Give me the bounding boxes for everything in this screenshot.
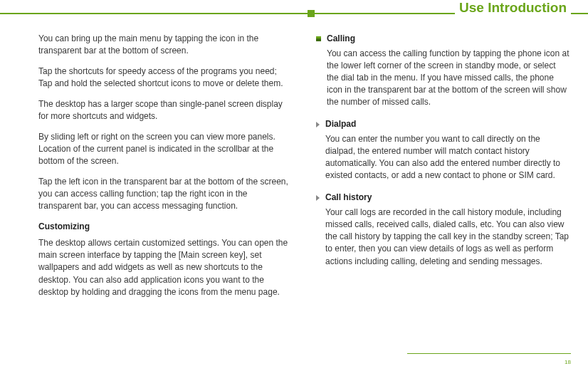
left-column: You can bring up the main menu by tappin… <box>38 33 292 307</box>
customizing-body: The desktop allows certain customized se… <box>38 237 292 298</box>
footer-rule <box>407 353 571 355</box>
section-dialpad: Dialpad You can enter the number you wan… <box>316 118 569 190</box>
page-header: Use Introduction <box>0 0 588 19</box>
section-title: Call history <box>325 192 569 204</box>
section-call-history: Call history Your call logs are recorded… <box>316 192 569 276</box>
section-title: Dialpad <box>325 118 569 130</box>
section-text: You can access the calling function by t… <box>327 48 569 108</box>
intro-paragraph: By sliding left or right on the screen y… <box>38 131 292 167</box>
section-body: Calling You can access the calling funct… <box>327 33 569 117</box>
customizing-heading: Customizing <box>38 221 292 233</box>
intro-paragraph: Tap the left icon in the transparent bar… <box>38 176 292 212</box>
section-text: Your call logs are recorded in the call … <box>325 207 569 267</box>
section-text: You can enter the number you want to cal… <box>325 133 569 182</box>
section-title: Calling <box>327 33 569 45</box>
section-calling: Calling You can access the calling funct… <box>316 33 569 117</box>
triangle-bullet-icon <box>316 195 320 201</box>
intro-paragraph: You can bring up the main menu by tappin… <box>38 33 292 57</box>
header-tick-icon <box>308 10 315 17</box>
page-title: Use Introduction <box>455 0 571 16</box>
section-body: Dialpad You can enter the number you wan… <box>325 118 569 190</box>
page-number: 18 <box>565 359 571 365</box>
intro-paragraph: The desktop has a larger scope than sing… <box>38 98 292 122</box>
square-bullet-icon <box>316 36 321 41</box>
right-column: Calling You can access the calling funct… <box>316 33 569 307</box>
intro-paragraph: Tap the shortcuts for speedy access of t… <box>38 66 292 90</box>
section-body: Call history Your call logs are recorded… <box>325 192 569 276</box>
triangle-bullet-icon <box>316 122 320 127</box>
content-columns: You can bring up the main menu by tappin… <box>0 19 588 307</box>
